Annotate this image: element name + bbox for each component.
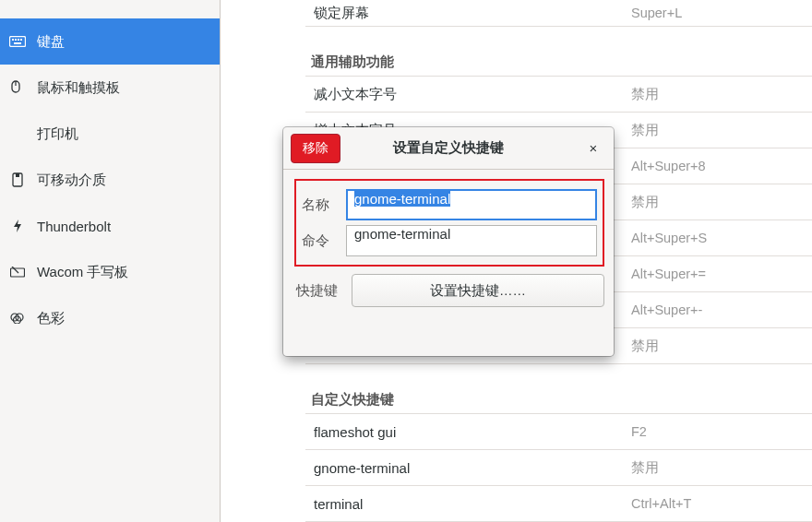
row-value: 禁用 [631, 122, 812, 139]
remove-button[interactable]: 移除 [291, 134, 340, 163]
sidebar-item-label: 键盘 [37, 33, 65, 51]
name-label: 名称 [302, 196, 335, 214]
shortcut-row[interactable]: 减小文本字号 禁用 [305, 77, 812, 113]
command-input[interactable]: gnome-terminal [346, 225, 597, 256]
svg-rect-4 [20, 39, 22, 41]
sidebar-item-thunderbolt[interactable]: Thunderbolt [0, 203, 220, 249]
sidebar-item-color[interactable]: 色彩 [0, 295, 220, 341]
set-shortcut-button[interactable]: 设置快捷键…… [352, 274, 604, 307]
printer-icon [9, 125, 26, 142]
row-value: 禁用 [631, 338, 812, 355]
dialog-titlebar: 移除 设置自定义快捷键 × [283, 127, 614, 170]
sidebar-item-label: 可移动介质 [37, 172, 106, 189]
row-value: Alt+Super+S [631, 231, 812, 245]
row-label: flameshot gui [305, 424, 631, 440]
row-label: 锁定屏幕 [305, 5, 631, 22]
row-value: Alt+Super+- [631, 303, 812, 317]
row-value: F2 [631, 424, 812, 439]
sidebar-item-printers[interactable]: 打印机 [0, 111, 220, 157]
svg-rect-0 [10, 37, 26, 47]
highlight-annotation: 名称 gnome-terminal 命令 gnome-terminal [294, 179, 604, 267]
svg-rect-3 [18, 39, 19, 41]
row-value: 禁用 [631, 194, 812, 211]
tablet-icon [9, 264, 26, 280]
row-label: gnome-terminal [305, 460, 631, 476]
name-input-value: gnome-terminal [354, 191, 450, 207]
command-label: 命令 [302, 232, 335, 250]
row-value: Ctrl+Alt+T [631, 496, 812, 511]
sidebar-item-wacom[interactable]: Wacom 手写板 [0, 249, 220, 295]
svg-rect-9 [16, 173, 19, 177]
row-value: Alt+Super+= [631, 267, 812, 281]
row-value: 禁用 [631, 86, 812, 103]
svg-rect-5 [14, 42, 21, 44]
mouse-icon [9, 79, 26, 96]
sidebar-item-label: 打印机 [37, 125, 78, 143]
row-value: 禁用 [631, 459, 812, 477]
custom-shortcut-dialog: 移除 设置自定义快捷键 × 名称 gnome-terminal 命令 [283, 127, 614, 356]
sidebar: 键盘 鼠标和触摸板 打印机 可移动介质 Thunderbolt [0, 0, 221, 522]
shortcut-label: 快捷键 [296, 282, 340, 300]
close-button[interactable]: × [582, 136, 604, 159]
section-header-custom: 自定义快捷键 [305, 364, 812, 414]
shortcut-row[interactable]: 锁定屏幕 Super+L [305, 0, 812, 27]
svg-rect-2 [15, 39, 17, 41]
svg-line-11 [12, 267, 18, 273]
sidebar-item-removable-media[interactable]: 可移动介质 [0, 157, 220, 203]
close-icon: × [590, 140, 598, 156]
row-label: 减小文本字号 [305, 86, 631, 103]
sidebar-item-keyboard[interactable]: 键盘 [0, 18, 220, 65]
shortcut-row[interactable]: flameshot gui F2 [305, 414, 812, 450]
color-icon [9, 310, 26, 326]
command-input-value: gnome-terminal [354, 226, 450, 242]
drive-icon [9, 172, 26, 188]
sidebar-item-label: Wacom 手写板 [37, 264, 128, 281]
svg-rect-1 [12, 39, 14, 41]
section-header-accessibility: 通用辅助功能 [305, 27, 812, 77]
sidebar-item-label: 鼠标和触摸板 [37, 79, 120, 97]
bolt-icon [9, 218, 26, 234]
sidebar-item-label: 色彩 [37, 310, 65, 327]
row-value: Super+L [631, 6, 812, 20]
name-input[interactable]: gnome-terminal [346, 189, 597, 220]
sidebar-item-label: Thunderbolt [37, 219, 111, 234]
row-value: Alt+Super+8 [631, 159, 812, 173]
shortcut-row[interactable]: gnome-terminal 禁用 [305, 450, 812, 486]
keyboard-icon [9, 33, 26, 50]
shortcut-row[interactable]: terminal Ctrl+Alt+T [305, 486, 812, 522]
row-label: terminal [305, 496, 631, 512]
sidebar-item-mouse[interactable]: 鼠标和触摸板 [0, 65, 220, 111]
